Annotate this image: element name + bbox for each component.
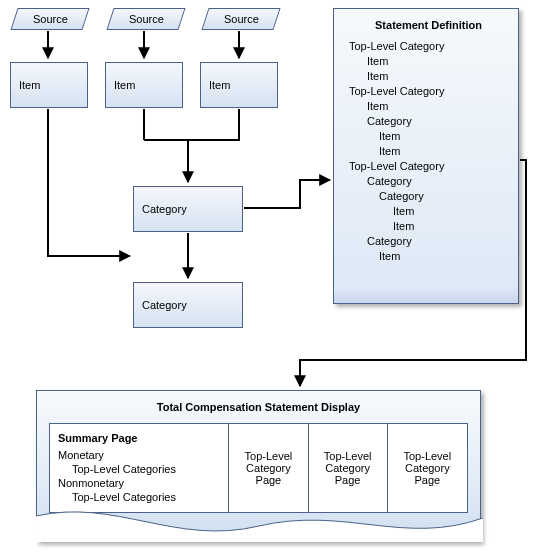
statement-definition-line: Item xyxy=(393,204,508,219)
statement-definition-line: Item xyxy=(367,99,508,114)
statement-definition-line: Category xyxy=(367,114,508,129)
summary-group-label: Nonmonetary xyxy=(58,476,220,490)
torn-edge-icon xyxy=(36,506,483,542)
source-label: Source xyxy=(129,9,164,29)
category-node: Category xyxy=(133,282,243,328)
statement-display-grid: Summary Page Monetary Top-Level Categori… xyxy=(49,423,468,513)
source-node: Source xyxy=(201,8,280,30)
statement-definition-line: Item xyxy=(379,144,508,159)
category-page-cell: Top-Level Category Page xyxy=(309,424,388,512)
summary-group-sub: Top-Level Categories xyxy=(72,462,220,476)
statement-definition-body: Top-Level CategoryItemItemTop-Level Cate… xyxy=(349,39,508,264)
statement-definition-line: Top-Level Category xyxy=(349,84,508,99)
source-node: Source xyxy=(106,8,185,30)
category-page-cell: Top-Level Category Page xyxy=(388,424,467,512)
statement-display-title: Total Compensation Statement Display xyxy=(37,391,480,419)
statement-definition-panel: Statement Definition Top-Level CategoryI… xyxy=(333,8,519,304)
item-label: Item xyxy=(19,79,79,91)
summary-group-sub: Top-Level Categories xyxy=(72,490,220,504)
source-node: Source xyxy=(10,8,89,30)
category-page-label: Top-Level Category Page xyxy=(396,450,459,486)
statement-definition-line: Category xyxy=(379,189,508,204)
item-node: Item xyxy=(10,62,88,108)
category-page-label: Top-Level Category Page xyxy=(317,450,379,486)
category-node: Category xyxy=(133,186,243,232)
summary-page-title: Summary Page xyxy=(58,432,220,444)
item-node: Item xyxy=(105,62,183,108)
category-label: Category xyxy=(142,299,234,311)
summary-group-label: Monetary xyxy=(58,448,220,462)
statement-definition-line: Item xyxy=(379,249,508,264)
item-label: Item xyxy=(209,79,269,91)
source-label: Source xyxy=(33,9,68,29)
statement-definition-line: Top-Level Category xyxy=(349,39,508,54)
category-page-cell: Top-Level Category Page xyxy=(229,424,308,512)
category-page-label: Top-Level Category Page xyxy=(237,450,299,486)
statement-definition-line: Top-Level Category xyxy=(349,159,508,174)
statement-definition-line: Item xyxy=(379,129,508,144)
source-label: Source xyxy=(224,9,259,29)
item-label: Item xyxy=(114,79,174,91)
statement-definition-line: Item xyxy=(367,69,508,84)
item-node: Item xyxy=(200,62,278,108)
category-label: Category xyxy=(142,203,234,215)
summary-page-cell: Summary Page Monetary Top-Level Categori… xyxy=(50,424,229,512)
statement-definition-line: Item xyxy=(367,54,508,69)
statement-display-panel: Total Compensation Statement Display Sum… xyxy=(36,390,481,542)
statement-definition-line: Item xyxy=(393,219,508,234)
statement-definition-line: Category xyxy=(367,174,508,189)
statement-definition-line: Category xyxy=(367,234,508,249)
statement-definition-title: Statement Definition xyxy=(349,19,508,31)
